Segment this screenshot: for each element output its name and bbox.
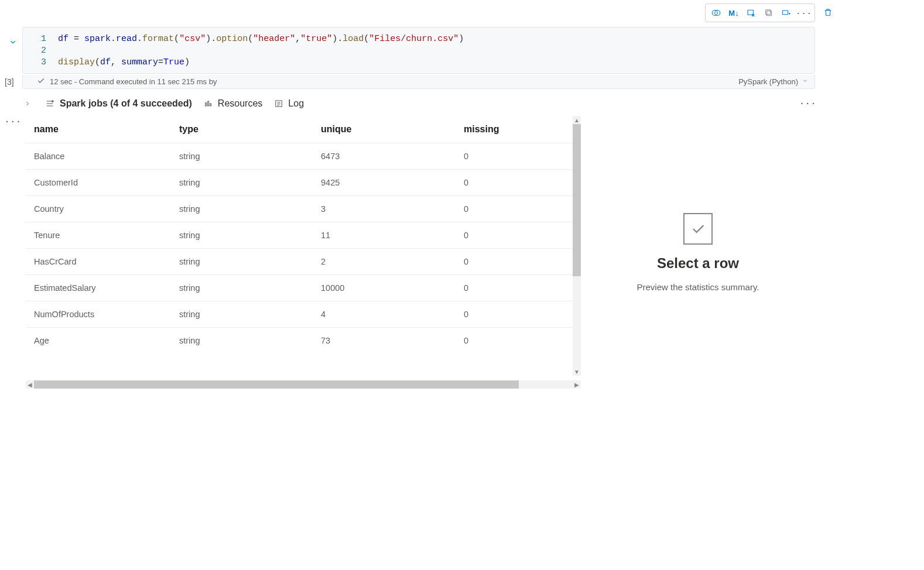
table-row[interactable]: Countrystring30 [26,196,581,222]
cell-type: string [171,301,313,328]
preview-panel: Select a row Preview the statistics summ… [581,116,815,389]
svg-rect-14 [206,103,207,106]
col-header-missing[interactable]: missing [456,116,581,143]
output-summary-toolbar: Spark jobs (4 of 4 succeeded) Resources … [22,95,815,112]
add-cell-icon[interactable] [778,5,795,20]
scroll-v-thumb[interactable] [573,124,581,276]
cell-type: string [171,170,313,196]
cell-name: NumOfProducts [26,301,171,328]
cell-missing: 0 [456,328,581,354]
cell-type: string [171,143,313,170]
output-left-more-icon[interactable]: · · · [6,117,20,126]
col-header-type[interactable]: type [171,116,313,143]
copy-cell-icon[interactable] [761,5,777,20]
table-row[interactable]: EstimatedSalarystring100000 [26,275,581,301]
line-number: 1 [23,33,58,45]
code-line-2 [58,45,815,57]
code-line-1: df = spark.read.format("csv").option("he… [58,33,815,45]
cell-more-icon[interactable]: · · · [796,5,812,20]
cell-unique: 3 [313,196,456,222]
clear-output-icon[interactable] [743,5,759,20]
svg-marker-13 [52,101,54,102]
line-number: 2 [23,45,58,57]
collapse-cell-icon[interactable] [7,36,19,48]
cell-name: EstimatedSalary [26,275,171,301]
cell-name: HasCrCard [26,249,171,275]
cell-missing: 0 [456,196,581,222]
log-label: Log [288,98,304,109]
cell-unique: 11 [313,222,456,249]
table-row[interactable]: Balancestring64730 [26,143,581,170]
col-header-name[interactable]: name [26,116,171,143]
language-label: PySpark (Python) [738,77,798,86]
summary-table-wrap: name type unique missing Balancestring64… [26,116,581,389]
spark-jobs-label: Spark jobs (4 of 4 succeeded) [60,98,192,109]
vertical-scrollbar[interactable]: ▲ ▼ [573,116,581,376]
cell-type: string [171,275,313,301]
cell-unique: 9425 [313,170,456,196]
svg-rect-15 [208,101,209,106]
col-header-unique[interactable]: unique [313,116,456,143]
resources-label: Resources [218,98,262,109]
cell-missing: 0 [456,249,581,275]
preview-title: Select a row [657,255,739,272]
scroll-h-thumb[interactable] [34,380,519,389]
resources-button[interactable]: Resources [204,98,262,109]
cell-name: Tenure [26,222,171,249]
cell-type: string [171,222,313,249]
delete-cell-icon[interactable] [820,4,836,21]
execution-count: [3] [5,77,14,87]
svg-rect-5 [767,11,772,16]
table-row[interactable]: Tenurestring110 [26,222,581,249]
code-cell[interactable]: 1 df = spark.read.format("csv").option("… [22,27,815,74]
svg-rect-16 [210,104,211,106]
cell-missing: 0 [456,301,581,328]
checkmark-box-icon [683,213,713,245]
table-row[interactable]: CustomerIdstring94250 [26,170,581,196]
cell-missing: 0 [456,170,581,196]
cell-missing: 0 [456,275,581,301]
cell-type: string [171,196,313,222]
cell-unique: 4 [313,301,456,328]
cell-type: string [171,249,313,275]
log-button[interactable]: Log [274,98,304,109]
cell-unique: 6473 [313,143,456,170]
cell-name: Country [26,196,171,222]
table-row[interactable]: HasCrCardstring20 [26,249,581,275]
svg-rect-7 [782,11,788,15]
scroll-down-icon[interactable]: ▼ [573,368,581,376]
line-number: 3 [23,57,58,68]
cell-unique: 73 [313,328,456,354]
table-row[interactable]: NumOfProductsstring40 [26,301,581,328]
cell-missing: 0 [456,222,581,249]
cell-toolbar: M↓ · · · [705,4,815,22]
cell-unique: 10000 [313,275,456,301]
expand-output-icon[interactable] [22,98,33,109]
execution-status-bar: 12 sec - Command executed in 11 sec 215 … [22,75,815,89]
cell-name: Age [26,328,171,354]
cell-type: string [171,328,313,354]
preview-subtitle: Preview the statistics summary. [637,282,759,292]
table-row[interactable]: Agestring730 [26,328,581,354]
scroll-up-icon[interactable]: ▲ [573,116,581,124]
cell-name: CustomerId [26,170,171,196]
output-more-icon[interactable]: · · · [801,99,815,108]
scroll-right-icon[interactable]: ▶ [573,380,581,389]
output-area: name type unique missing Balancestring64… [26,116,815,389]
cell-missing: 0 [456,143,581,170]
cell-unique: 2 [313,249,456,275]
execution-duration: 12 sec - Command executed in 11 sec 215 … [50,77,217,86]
cell-name: Balance [26,143,171,170]
spark-jobs-button[interactable]: Spark jobs (4 of 4 succeeded) [45,98,192,109]
language-picker[interactable]: PySpark (Python) [738,77,809,86]
horizontal-scrollbar[interactable]: ◀ ▶ [26,380,581,389]
copilot-icon[interactable] [708,5,724,20]
chevron-down-icon [802,77,809,86]
code-line-3: display(df, summary=True) [58,57,815,68]
success-check-icon [37,77,45,87]
svg-rect-6 [766,10,771,15]
convert-markdown-button[interactable]: M↓ [725,5,742,20]
summary-table: name type unique missing Balancestring64… [26,116,581,353]
scroll-left-icon[interactable]: ◀ [26,380,34,389]
